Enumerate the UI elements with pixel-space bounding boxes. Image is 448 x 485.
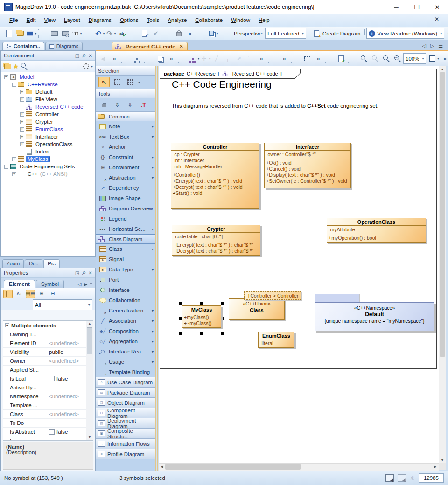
zoom-combobox[interactable]: 100%▾: [403, 53, 426, 64]
menu-item[interactable]: Window: [227, 16, 254, 24]
diagram-toolbar-button[interactable]: »▾: [166, 53, 177, 64]
collapse-all-button[interactable]: ⊟: [48, 290, 57, 298]
diagram-toolbar-button[interactable]: ┌▾: [222, 53, 233, 64]
selection-handle[interactable]: [179, 332, 182, 335]
tab-symbol[interactable]: Symbol: [36, 280, 64, 288]
palette-item[interactable]: ↗A Abstraction ▾: [96, 173, 155, 183]
tree-expander[interactable]: [12, 83, 16, 87]
diagram-toolbar-button[interactable]: ▾: [358, 53, 370, 64]
palette-diagram-section[interactable]: ⊟ Component Diagram: [96, 408, 155, 418]
tree-node[interactable]: Interfacer: [1, 133, 95, 140]
selection-handle[interactable]: [221, 332, 224, 335]
property-row[interactable]: Image: [3, 436, 93, 441]
palette-item[interactable]: ╱ Association ▾: [96, 316, 155, 326]
diagram-description-text[interactable]: This diagram is reversed from C++ code t…: [172, 103, 378, 109]
property-row[interactable]: Owner <undefined>: [3, 357, 93, 366]
close-button[interactable]: ✕: [427, 0, 448, 14]
list-icon[interactable]: ≡: [90, 282, 92, 287]
tab-zoom[interactable]: Zoom: [2, 259, 24, 268]
vertical-center-button[interactable]: ⇳: [125, 100, 136, 110]
uml-class-interfacer[interactable]: Interfacer -owner : Controller"$ *" +Ok(…: [264, 143, 351, 188]
diagram-list-icon[interactable]: ☰: [438, 43, 443, 49]
diagram-canvas[interactable]: package C++Reverse [ Reversed C++ code ]…: [159, 66, 439, 463]
horizontal-scrollbar[interactable]: ◀ ▶: [159, 463, 439, 471]
diagram-toolbar-button[interactable]: +▾: [381, 53, 392, 64]
diagram-toolbar-button[interactable]: ▾: [370, 53, 381, 64]
diagram-toolbar-button[interactable]: ▾: [301, 53, 313, 64]
diagram-toolbar-button[interactable]: »▾: [256, 53, 267, 64]
property-row[interactable]: Applied St...: [3, 366, 93, 374]
palette-item[interactable]: --- Horizontal Se... ▾: [96, 224, 155, 234]
palette-item[interactable]: Note ▾: [96, 121, 155, 132]
expand-all-button[interactable]: ⊞: [37, 290, 46, 298]
tab-documentation[interactable]: Do..: [25, 259, 42, 268]
tree-expander[interactable]: [20, 112, 24, 117]
palette-item[interactable]: ◇╱ Aggregation ▾: [96, 336, 155, 346]
tree-node[interactable]: C++ (C++ ANSI): [1, 170, 95, 178]
uml-class-crypter[interactable]: Crypter -codeTable : char [0..*] +Encryp…: [172, 225, 260, 256]
menu-item[interactable]: Edit: [22, 16, 40, 24]
palette-item[interactable]: Legend ▾: [96, 214, 155, 224]
palette-item[interactable]: Collaboration ▾: [96, 295, 155, 305]
pin-panel-icon[interactable]: ⚲: [81, 53, 87, 59]
horizontal-scroll-thumb[interactable]: [165, 464, 301, 470]
toolbar-button[interactable]: ✔▾: [150, 28, 161, 39]
palette-item[interactable]: D Data Type ▾: [96, 264, 155, 275]
sort-alphabetic-button[interactable]: A↓: [14, 290, 24, 298]
close-panel-icon[interactable]: ✕: [89, 270, 92, 276]
diagram-toolbar-button[interactable]: ▾: [428, 53, 439, 64]
toolbar-button[interactable]: ▾: [37, 28, 49, 39]
palette-diagram-section[interactable]: ❐ Object Diagram: [96, 397, 155, 408]
tree-node[interactable]: EnumClass: [1, 125, 95, 133]
selection-handle[interactable]: [200, 302, 203, 305]
palette-item[interactable]: ◆╱ Composition ▾: [96, 326, 155, 336]
toolbar-button[interactable]: ▾: [49, 28, 60, 39]
palette-item[interactable]: Interface ▾: [96, 285, 155, 295]
palette-item[interactable]: Diagram Overview ▾: [96, 203, 155, 214]
selection-handle[interactable]: [221, 317, 224, 320]
tree-expander[interactable]: [4, 165, 8, 169]
diagram-toolbar-button[interactable]: »▾: [313, 53, 324, 64]
menu-item[interactable]: Help: [254, 16, 274, 24]
palette-item[interactable]: ⌖ Anchor ▾: [96, 142, 155, 152]
palette-item[interactable]: ⊕ Containment ▾: [96, 162, 155, 173]
memory-monitor[interactable]: 12985: [419, 473, 444, 483]
menu-item[interactable]: Collaborate: [191, 16, 227, 24]
toolbar-button[interactable]: »▾: [184, 28, 196, 39]
minimize-button[interactable]: ─: [386, 0, 406, 14]
next-icon[interactable]: ▶: [84, 282, 87, 287]
diagram-toolbar-button[interactable]: ▾: [120, 53, 132, 64]
tree-expander[interactable]: [12, 157, 16, 161]
palette-item[interactable]: Port ▾: [96, 275, 155, 285]
tree-node[interactable]: Controller: [1, 111, 95, 118]
selection-more-icon[interactable]: ▾: [138, 80, 140, 84]
tree-expander[interactable]: [20, 97, 24, 102]
multi-select-button[interactable]: [125, 77, 136, 87]
palette-diagram-section[interactable]: → Information Flows: [96, 438, 155, 449]
open-scope-icon[interactable]: [3, 62, 12, 70]
palette-item[interactable]: Image Shape ▾: [96, 193, 155, 203]
palette-diagram-section[interactable]: ▣ Composite Structu...: [96, 428, 155, 439]
toolbar-button[interactable]: ▾: [14, 28, 26, 39]
property-group-header[interactable]: Multiple elements: [3, 321, 93, 330]
toolbar-button[interactable]: ▾: [60, 28, 71, 39]
palette-item[interactable]: ↗u Usage ▾: [96, 357, 155, 367]
diagram-toolbar-button[interactable]: ✛▾: [200, 53, 211, 64]
property-row[interactable]: Class <undefined>: [3, 410, 93, 419]
sticky-tool-button[interactable]: [98, 100, 110, 110]
tree-node[interactable]: File View: [1, 96, 95, 103]
palette-item[interactable]: Interface Rea... ▾: [96, 346, 155, 357]
select-cursor-button[interactable]: ↖: [98, 77, 110, 87]
selection-handle[interactable]: [221, 302, 224, 305]
toolbar-button[interactable]: ▾: [3, 28, 14, 39]
prev-icon[interactable]: ◁: [78, 282, 82, 287]
vertical-scroll-thumb[interactable]: [440, 72, 445, 357]
menu-item[interactable]: Diagrams: [84, 16, 116, 24]
close-tab-icon[interactable]: ✕: [179, 43, 183, 49]
palette-item[interactable]: ↗▷ Generalization ▾: [96, 305, 155, 316]
palette-diagram-section[interactable]: ▭ Package Diagram: [96, 387, 155, 398]
checkbox[interactable]: [49, 376, 55, 381]
tab-properties[interactable]: Pr..: [43, 259, 60, 268]
toolbar-button[interactable]: ▾: [127, 28, 139, 39]
property-mode-combobox[interactable]: All▾: [33, 299, 92, 310]
